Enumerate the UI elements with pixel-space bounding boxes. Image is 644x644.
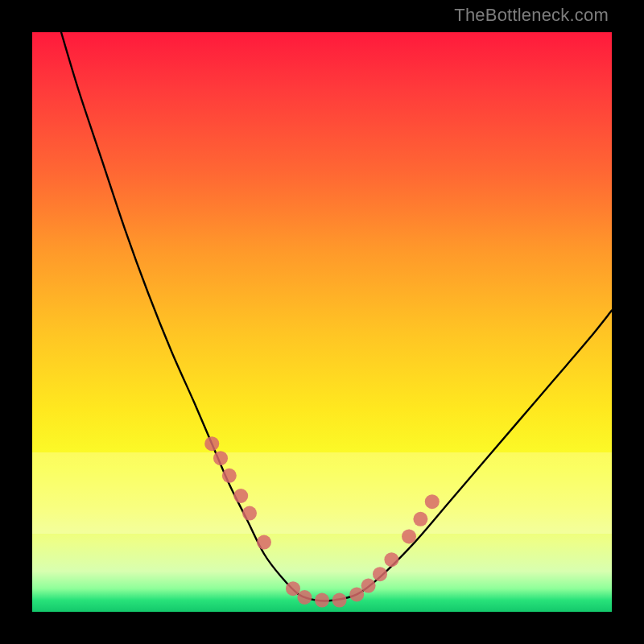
highlight-dot [373, 567, 387, 581]
highlight-dots-group [204, 436, 440, 607]
highlight-dot [315, 593, 329, 608]
highlight-dot [257, 535, 271, 550]
chart-svg [32, 32, 612, 612]
highlight-dot [361, 579, 376, 593]
highlight-dot [233, 489, 248, 503]
highlight-dot [349, 587, 364, 601]
highlight-dot [297, 590, 312, 605]
highlight-dot [402, 529, 416, 543]
highlight-dot [332, 593, 347, 608]
bottleneck-curve [61, 32, 612, 601]
plot-area [32, 32, 612, 612]
highlight-dot [286, 581, 300, 596]
chart-frame: TheBottleneck.com [0, 0, 644, 644]
highlight-dot [384, 552, 398, 567]
highlight-dot [413, 512, 427, 526]
attribution-text: TheBottleneck.com [454, 5, 609, 26]
highlight-dot [222, 469, 237, 483]
highlight-dot [204, 436, 219, 451]
highlight-dot [213, 451, 228, 465]
highlight-dot [425, 494, 440, 509]
highlight-dot [242, 506, 257, 521]
